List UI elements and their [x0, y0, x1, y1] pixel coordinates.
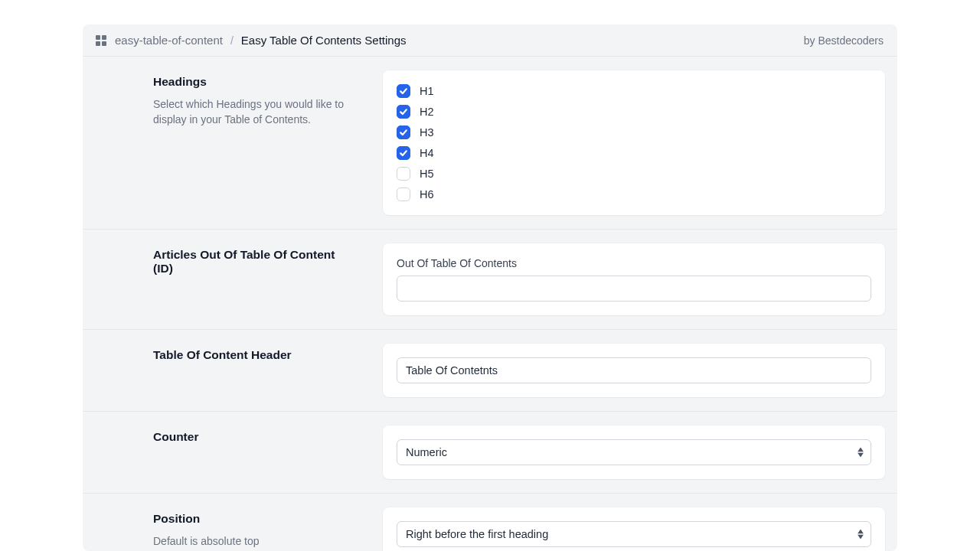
section-title-counter: Counter — [153, 430, 352, 444]
counter-select[interactable]: Numeric — [397, 439, 871, 465]
section-title-header: Table Of Content Header — [153, 348, 352, 362]
checkbox-icon — [397, 187, 410, 201]
heading-checkbox-list: H1H2H3H4H5H6 — [397, 84, 871, 201]
checkbox-icon — [397, 105, 410, 119]
section-desc-position: Default is absolute top — [153, 533, 352, 549]
section-toc-header: Table Of Content Header — [83, 330, 897, 412]
heading-checkbox-h4[interactable]: H4 — [397, 146, 871, 160]
svg-rect-2 — [96, 41, 100, 46]
svg-rect-0 — [96, 35, 100, 40]
checkbox-icon — [397, 126, 410, 139]
heading-checkbox-h3[interactable]: H3 — [397, 126, 871, 139]
section-title-exclude: Articles Out Of Table Of Content (ID) — [153, 248, 352, 276]
breadcrumb: easy-table-of-content / Easy Table Of Co… — [95, 34, 407, 47]
checkbox-label: H1 — [420, 85, 434, 97]
checkbox-icon — [397, 146, 410, 160]
svg-rect-1 — [102, 35, 106, 40]
section-title-position: Position — [153, 512, 352, 526]
breadcrumb-root[interactable]: easy-table-of-content — [115, 34, 223, 47]
toc-header-input[interactable] — [397, 357, 871, 383]
heading-checkbox-h6[interactable]: H6 — [397, 187, 871, 201]
svg-rect-3 — [102, 41, 106, 46]
section-title-headings: Headings — [153, 75, 352, 89]
author-label: by Bestdecoders — [804, 34, 884, 47]
section-desc-headings: Select which Headings you would like to … — [153, 96, 352, 128]
section-articles-exclude: Articles Out Of Table Of Content (ID) Ou… — [83, 230, 897, 330]
breadcrumb-separator: / — [230, 34, 234, 47]
checkbox-label: H3 — [420, 126, 434, 139]
checkbox-icon — [397, 84, 410, 98]
section-headings: Headings Select which Headings you would… — [83, 57, 897, 230]
checkbox-label: H6 — [420, 188, 434, 201]
checkbox-label: H2 — [420, 106, 434, 118]
checkbox-label: H5 — [420, 168, 434, 180]
checkbox-label: H4 — [420, 147, 434, 159]
section-counter: Counter Numeric — [83, 412, 897, 494]
heading-checkbox-h5[interactable]: H5 — [397, 167, 871, 181]
exclude-field-label: Out Of Table Of Contents — [397, 257, 871, 269]
position-select[interactable]: Right before the first heading — [397, 521, 871, 547]
heading-checkbox-h1[interactable]: H1 — [397, 84, 871, 98]
heading-checkbox-h2[interactable]: H2 — [397, 105, 871, 119]
exclude-input[interactable] — [397, 276, 871, 302]
checkbox-icon — [397, 167, 410, 181]
section-position: Position Default is absolute top Right b… — [83, 494, 897, 551]
breadcrumb-current: Easy Table Of Contents Settings — [241, 34, 407, 47]
grid-icon — [95, 34, 107, 47]
topbar: easy-table-of-content / Easy Table Of Co… — [83, 24, 897, 57]
